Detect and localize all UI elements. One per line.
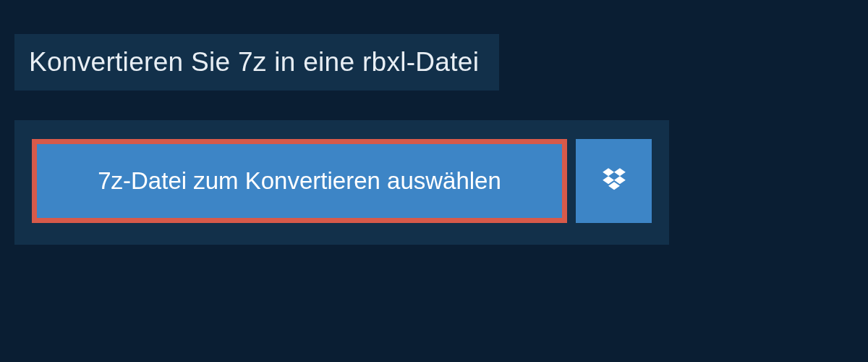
dropbox-button[interactable] <box>576 139 652 223</box>
select-file-button[interactable]: 7z-Datei zum Konvertieren auswählen <box>37 144 562 218</box>
page-title: Konvertieren Sie 7z in eine rbxl-Datei <box>29 47 479 77</box>
page-title-box: Konvertieren Sie 7z in eine rbxl-Datei <box>14 34 499 90</box>
highlight-frame: 7z-Datei zum Konvertieren auswählen <box>32 139 567 223</box>
file-picker-panel: 7z-Datei zum Konvertieren auswählen <box>14 120 669 245</box>
dropbox-icon <box>600 166 628 196</box>
